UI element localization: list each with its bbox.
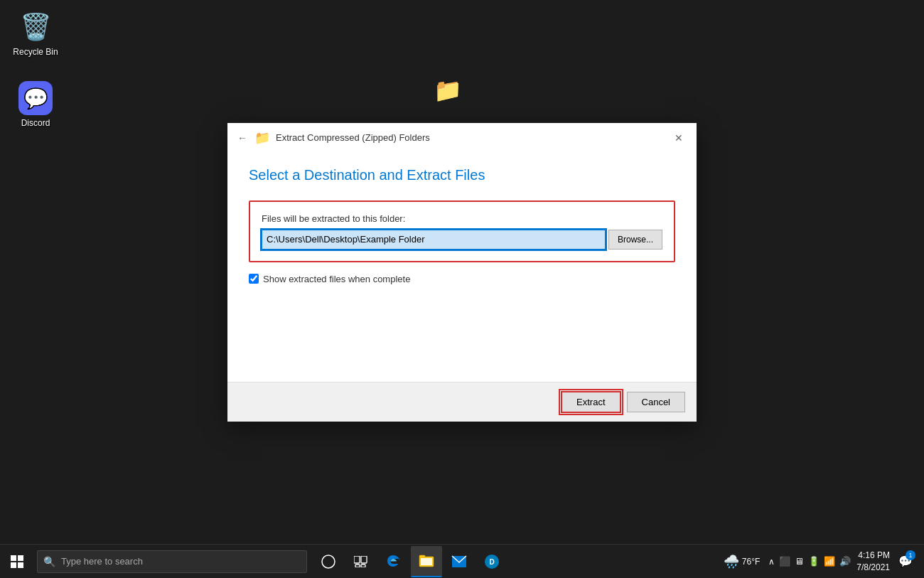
svg-rect-6 [361, 556, 367, 563]
dialog-body: Select a Destination and Extract Files F… [227, 153, 697, 382]
sys-tray-icons: ∧ ⬛ 🖥 🔋 📶 🔊 [768, 556, 851, 567]
volume-icon[interactable]: 🔊 [839, 556, 851, 567]
svg-rect-1 [18, 555, 23, 561]
show-extracted-checkbox[interactable] [249, 274, 259, 284]
taskbar-mail-button[interactable] [444, 546, 475, 577]
taskbar-file-explorer-button[interactable] [411, 546, 442, 577]
svg-rect-5 [354, 556, 360, 563]
notification-button[interactable]: 💬 1 [893, 546, 918, 577]
taskbar-edge-button[interactable] [378, 546, 409, 577]
svg-rect-7 [355, 564, 360, 567]
taskbar-dell-button[interactable]: D [476, 546, 507, 577]
taskbar-right: 🌧️ 76°F ∧ ⬛ 🖥 🔋 📶 🔊 4:16 PM 7/8/2021 💬 1 [718, 546, 924, 577]
desktop: INR 🗑️ Recycle Bin 💬 Discord 📁 ← 📁 Extra… [0, 0, 924, 578]
extract-input-row: C:\Users\Dell\Desktop\Example Folder Bro… [262, 230, 662, 250]
clock[interactable]: 4:16 PM 7/8/2021 [856, 550, 890, 574]
dialog-title-text: Extract Compressed (Zipped) Folders [276, 132, 430, 143]
svg-rect-2 [11, 562, 16, 568]
svg-rect-0 [11, 555, 16, 561]
weather-section[interactable]: 🌧️ 76°F [718, 554, 765, 569]
browse-button[interactable]: Browse... [608, 230, 662, 250]
taskbar-search-icon: 🔍 [43, 556, 55, 567]
svg-text:D: D [489, 558, 494, 566]
extract-label: Files will be extracted to this folder: [262, 213, 662, 224]
dialog-overlay: ← 📁 Extract Compressed (Zipped) Folders … [0, 0, 924, 544]
clock-date: 7/8/2021 [856, 562, 890, 574]
chevron-up-icon[interactable]: ∧ [768, 557, 775, 567]
taskbar-search-button[interactable] [313, 546, 344, 577]
start-button[interactable] [0, 545, 34, 579]
extract-dialog: ← 📁 Extract Compressed (Zipped) Folders … [227, 123, 697, 422]
wifi-icon[interactable]: 📶 [824, 556, 835, 567]
svg-rect-11 [421, 558, 432, 565]
taskbar: 🔍 Type here to search [0, 544, 924, 578]
notification-badge: 1 [906, 550, 915, 560]
dialog-footer: Extract Cancel [227, 382, 697, 422]
dialog-close-button[interactable]: ✕ [670, 129, 688, 147]
checkbox-row: Show extracted files when complete [249, 274, 675, 284]
svg-rect-10 [419, 555, 425, 558]
dialog-heading: Select a Destination and Extract Files [249, 167, 675, 183]
svg-rect-3 [18, 562, 23, 568]
dialog-title-icon: 📁 [254, 130, 270, 146]
cancel-button[interactable]: Cancel [627, 392, 685, 412]
dialog-titlebar: ← 📁 Extract Compressed (Zipped) Folders … [227, 123, 697, 153]
svg-point-4 [322, 555, 335, 568]
dialog-back-button[interactable]: ← [236, 131, 249, 145]
extract-section: Files will be extracted to this folder: … [249, 200, 675, 262]
extract-button[interactable]: Extract [561, 391, 621, 413]
battery-icon[interactable]: 🔋 [808, 556, 820, 567]
screen-icon[interactable]: ⬛ [779, 556, 790, 567]
second-screen-icon[interactable]: 🖥 [795, 556, 804, 567]
show-extracted-label[interactable]: Show extracted files when complete [263, 274, 410, 284]
taskbar-search-placeholder: Type here to search [61, 556, 143, 567]
taskbar-app-icons: D [313, 546, 507, 577]
svg-rect-8 [361, 564, 365, 567]
weather-temp: 76°F [742, 557, 760, 567]
weather-icon: 🌧️ [724, 554, 739, 569]
clock-time: 4:16 PM [856, 550, 890, 562]
taskbar-search-bar[interactable]: 🔍 Type here to search [37, 550, 307, 573]
taskbar-taskview-button[interactable] [345, 546, 377, 577]
folder-path-input[interactable]: C:\Users\Dell\Desktop\Example Folder [262, 230, 606, 250]
